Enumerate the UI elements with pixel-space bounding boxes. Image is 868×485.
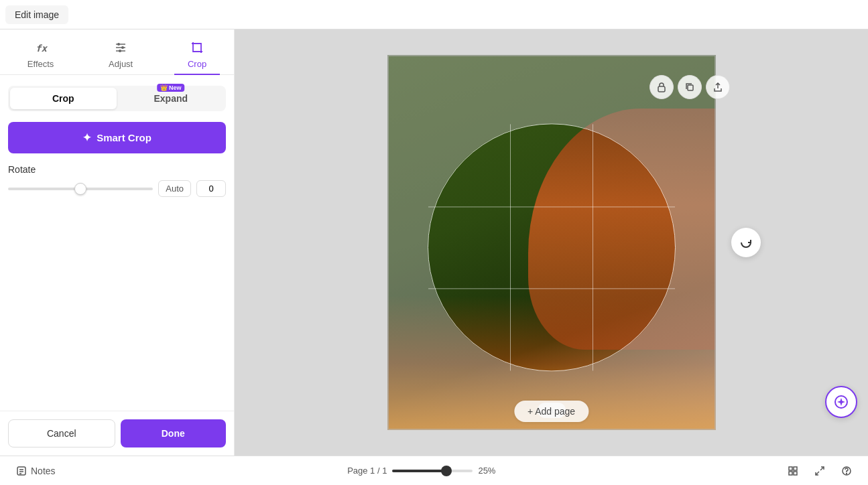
crop-circle-border	[428, 123, 676, 371]
grid-line-v2	[593, 124, 593, 370]
adjust-label: Adjust	[109, 59, 133, 69]
svg-rect-17	[794, 472, 797, 475]
effects-label: Effects	[27, 59, 54, 69]
effects-icon: fx	[34, 41, 48, 56]
rotate-input[interactable]: 0	[196, 180, 226, 197]
page-info: Page 1 / 1 25%	[69, 466, 774, 476]
adjust-icon	[114, 41, 127, 56]
svg-rect-7	[658, 86, 665, 92]
tab-adjust[interactable]: Adjust	[95, 36, 146, 74]
svg-point-6	[119, 50, 121, 52]
notes-icon	[16, 466, 27, 476]
rotate-section: Rotate Auto 0	[8, 164, 226, 197]
zoom-label: 25%	[478, 466, 495, 476]
lock-icon-button[interactable]	[649, 75, 674, 99]
grid-line-h2	[428, 288, 675, 289]
bottom-icons	[782, 460, 857, 482]
tab-crop[interactable]: Crop	[174, 36, 220, 74]
add-page-button[interactable]: + Add page	[514, 401, 588, 422]
crop-toggle-button[interactable]: Crop	[10, 88, 117, 109]
svg-rect-15	[794, 467, 797, 470]
left-panel: fx Effects Adjust	[0, 29, 235, 456]
smart-crop-label: Smart Crop	[97, 132, 151, 143]
grid-icon	[788, 466, 798, 476]
notes-label: Notes	[31, 466, 56, 476]
crop-expand-toggle: Crop 👑 New Expand	[8, 86, 226, 111]
done-button[interactable]: Done	[121, 419, 227, 447]
canvas-top-icons	[649, 75, 730, 99]
new-badge: 👑 New	[157, 84, 185, 92]
tab-bar: fx Effects Adjust	[0, 29, 234, 75]
top-bar: Edit image	[0, 0, 868, 29]
svg-rect-14	[789, 467, 792, 470]
svg-rect-8	[688, 85, 693, 90]
page-label: Page 1 / 1	[347, 466, 387, 476]
bottom-bar: Notes Page 1 / 1 25%	[0, 456, 868, 485]
share-icon-button[interactable]	[706, 75, 730, 99]
fullscreen-button[interactable]	[809, 460, 830, 482]
expand-toggle-button[interactable]: 👑 New Expand	[118, 88, 225, 109]
copy-icon-button[interactable]	[678, 75, 702, 99]
rotate-label: Rotate	[8, 164, 226, 175]
sparkle-icon: ✦	[82, 131, 91, 144]
rotate-slider[interactable]	[8, 188, 153, 190]
cancel-button[interactable]: Cancel	[8, 419, 115, 447]
crown-icon: 👑	[160, 84, 168, 91]
svg-point-4	[117, 43, 120, 46]
notes-button[interactable]: Notes	[11, 462, 61, 480]
page-zoom-slider[interactable]	[392, 470, 473, 472]
panel-content: Crop 👑 New Expand ✦ Smart Crop Rotate	[0, 75, 234, 411]
help-icon	[841, 466, 852, 476]
grid-view-button[interactable]	[782, 460, 804, 482]
auto-button[interactable]: Auto	[158, 180, 191, 197]
crop-label: Crop	[188, 59, 206, 69]
svg-rect-16	[789, 472, 792, 475]
rotate-controls: Auto 0	[8, 180, 226, 197]
grid-line-v1	[510, 124, 511, 370]
canvas-area: + Add page ∧	[235, 29, 868, 456]
tab-effects[interactable]: fx Effects	[14, 36, 68, 74]
smart-crop-button[interactable]: ✦ Smart Crop	[8, 122, 226, 153]
image-container	[387, 55, 716, 430]
svg-text:fx: fx	[36, 43, 48, 54]
page-slider-container	[392, 470, 473, 472]
magic-button[interactable]	[825, 386, 857, 418]
grid-line-h1	[428, 206, 675, 207]
svg-point-21	[847, 473, 847, 474]
help-button[interactable]	[836, 460, 857, 482]
refresh-button[interactable]	[731, 228, 761, 257]
edit-image-button[interactable]: Edit image	[5, 5, 68, 24]
crop-icon	[190, 41, 204, 56]
svg-point-5	[121, 46, 124, 49]
expand-icon	[814, 466, 825, 476]
main-layout: fx Effects Adjust	[0, 29, 868, 456]
panel-footer: Cancel Done	[0, 411, 234, 456]
